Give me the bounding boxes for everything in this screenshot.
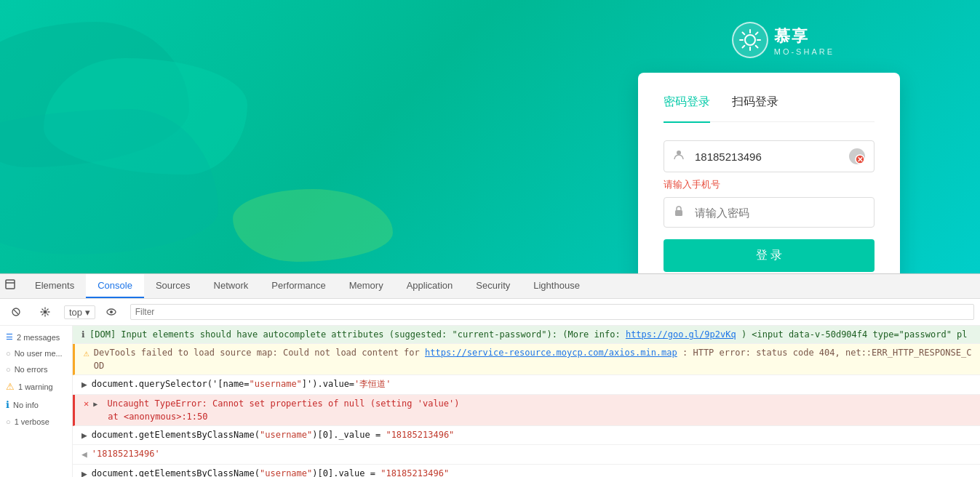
tab-application[interactable]: Application — [395, 274, 465, 298]
clear-phone-button[interactable]: ✕ — [849, 148, 865, 164]
filter-input[interactable] — [130, 304, 974, 320]
lock-icon — [673, 205, 688, 220]
svg-point-20 — [110, 310, 113, 313]
console-content-area: ☰ 2 messages ○ No user me... ○ No errors… — [0, 326, 980, 477]
log-line: ℹ [DOM] Input elements should have autoc… — [73, 326, 980, 344]
logo-icon — [732, 22, 768, 58]
svg-line-7 — [755, 33, 757, 35]
devtools-panel: Elements Console Sources Network Perform… — [0, 273, 980, 477]
warning-link[interactable]: https://service-resource.moycp.com/axios… — [425, 348, 677, 358]
sidebar-item-info[interactable]: ℹ No info — [0, 396, 72, 414]
tab-elements[interactable]: Elements — [23, 274, 86, 298]
login-button[interactable]: 登 录 — [664, 239, 875, 272]
logo-text-chinese: 慕享 — [774, 25, 834, 47]
devtools-dock-icon[interactable] — [0, 274, 20, 294]
log-line: ⚠ DevTools failed to load source map: Co… — [73, 344, 980, 375]
log-line: ✕ Uncaught TypeError: Cannot set propert… — [73, 395, 980, 426]
bg-decoration-3 — [233, 189, 393, 262]
eye-icon[interactable] — [101, 302, 121, 322]
svg-rect-13 — [675, 210, 682, 216]
browser-viewport: 慕享 MO-SHARE 密码登录 扫码登录 ✕ — [0, 0, 980, 273]
sidebar-item-warnings[interactable]: ⚠ 1 warning — [0, 377, 72, 396]
sidebar-item-all-messages[interactable]: ☰ 2 messages — [0, 329, 72, 345]
input-arrow-icon: ▶ — [81, 377, 87, 392]
login-tab-bar: 密码登录 扫码登录 — [664, 95, 875, 122]
warning-icon: ⚠ — [6, 381, 15, 392]
log-line: ▶ document.getElementsByClassName("usern… — [73, 426, 980, 446]
tab-qr-login[interactable]: 扫码登录 — [732, 95, 778, 113]
errors-icon: ○ — [6, 365, 11, 374]
tab-lighthouse[interactable]: Lighthouse — [522, 274, 591, 298]
log-line: ▶ document.getElementsByClassName("usern… — [73, 465, 980, 478]
bg-decoration-4 — [0, 109, 218, 254]
tab-console[interactable]: Console — [86, 274, 144, 298]
password-input[interactable] — [695, 207, 865, 219]
clear-console-button[interactable] — [6, 302, 26, 322]
tab-memory[interactable]: Memory — [338, 274, 395, 298]
tab-sources[interactable]: Sources — [144, 274, 202, 298]
dom-msg-icon: ℹ — [81, 328, 85, 341]
user-messages-icon: ○ — [6, 349, 11, 358]
svg-line-17 — [14, 310, 18, 314]
phone-error-message: 请输入手机号 — [664, 178, 875, 191]
svg-line-8 — [742, 46, 744, 48]
input-arrow-icon-2: ▶ — [81, 428, 87, 443]
password-input-group — [664, 197, 875, 228]
warning-triangle-icon: ⚠ — [84, 346, 89, 361]
console-toolbar: top ▾ — [0, 299, 980, 326]
console-settings-icon[interactable] — [35, 302, 55, 322]
messages-icon: ☰ — [6, 332, 13, 342]
svg-point-0 — [745, 35, 755, 45]
sidebar-item-user-messages[interactable]: ○ No user me... — [0, 345, 72, 361]
input-arrow-icon-3: ▶ — [81, 467, 87, 478]
context-selector[interactable]: top ▾ — [64, 305, 95, 319]
log-line: ◀ '18185213496' — [73, 445, 980, 465]
console-sidebar: ☰ 2 messages ○ No user me... ○ No errors… — [0, 326, 73, 477]
login-card: 密码登录 扫码登录 ✕ 请输入手机号 — [638, 73, 900, 273]
sidebar-item-verbose[interactable]: ○ 1 verbose — [0, 414, 72, 430]
tab-performance[interactable]: Performance — [260, 274, 337, 298]
context-label: top ▾ — [69, 307, 90, 318]
phone-input[interactable] — [695, 151, 849, 163]
svg-rect-14 — [6, 280, 15, 289]
site-logo: 慕享 MO-SHARE — [732, 22, 834, 60]
tab-network[interactable]: Network — [202, 274, 260, 298]
logo-text-english: MO-SHARE — [774, 47, 834, 56]
svg-line-5 — [742, 33, 744, 35]
console-log-area: ℹ [DOM] Input elements should have autoc… — [73, 326, 980, 477]
info-icon: ℹ — [6, 399, 9, 410]
svg-point-18 — [44, 310, 47, 314]
svg-text:✕: ✕ — [857, 156, 863, 164]
expand-arrow-icon[interactable] — [93, 398, 102, 409]
svg-point-9 — [677, 151, 681, 155]
phone-input-group: ✕ — [664, 140, 875, 172]
log-line: ▶ document.querySelector('[name="usernam… — [73, 375, 980, 395]
sidebar-item-errors[interactable]: ○ No errors — [0, 361, 72, 377]
dom-msg-link[interactable]: https://goo.gl/9p2vKq — [626, 329, 736, 340]
error-circle-icon: ✕ — [84, 397, 89, 410]
verbose-icon: ○ — [6, 417, 11, 426]
output-arrow-icon: ◀ — [81, 447, 87, 462]
tab-security[interactable]: Security — [464, 274, 522, 298]
user-icon — [673, 149, 688, 164]
devtools-tab-bar: Elements Console Sources Network Perform… — [0, 274, 980, 299]
tab-password-login[interactable]: 密码登录 — [664, 95, 710, 123]
svg-line-6 — [755, 46, 757, 48]
